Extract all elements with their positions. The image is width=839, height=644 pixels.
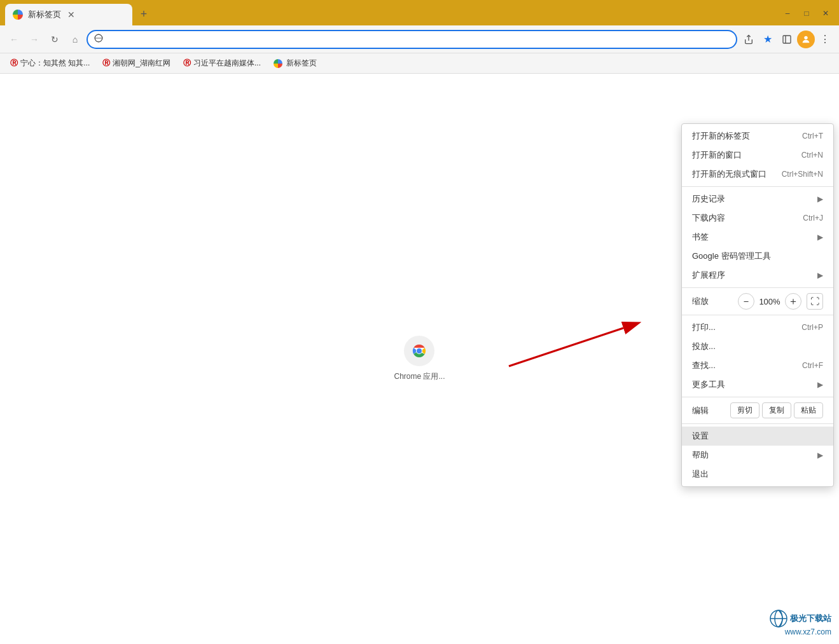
url-input[interactable] xyxy=(107,34,730,45)
bookmark-favicon-2: Ⓡ xyxy=(102,58,110,69)
zoom-fullscreen-button[interactable]: ⛶ xyxy=(807,293,823,310)
bookmark-item-4[interactable]: 新标签页 xyxy=(268,56,322,71)
menu-cast[interactable]: 投放... xyxy=(682,337,833,356)
zoom-plus-button[interactable]: ＋ xyxy=(785,293,801,310)
menu-help-arrow: ▶ xyxy=(817,451,823,460)
menu-history[interactable]: 历史记录 ▶ xyxy=(682,189,833,209)
menu-print-shortcut: Ctrl+P xyxy=(801,323,823,332)
bookmark-star-button[interactable]: ★ xyxy=(759,31,777,48)
close-button[interactable]: ✕ xyxy=(817,5,834,22)
svg-line-10 xyxy=(509,328,623,366)
menu-bookmarks-label: 书签 xyxy=(692,231,812,243)
chrome-apps-label: Chrome 应用... xyxy=(394,371,445,382)
bookmark-item-2[interactable]: Ⓡ 湘朝网_湖南红网 xyxy=(97,56,176,71)
menu-exit[interactable]: 退出 xyxy=(682,465,833,484)
active-tab[interactable]: 新标签页 ✕ xyxy=(5,4,132,25)
menu-zoom-label: 缩放 xyxy=(692,296,735,307)
menu-find-label: 查找... xyxy=(692,360,792,371)
menu-extensions-arrow: ▶ xyxy=(817,271,823,280)
menu-history-arrow: ▶ xyxy=(817,195,823,203)
menu-more-tools-arrow: ▶ xyxy=(817,380,823,389)
copy-button[interactable]: 复制 xyxy=(762,402,791,418)
back-button[interactable]: ← xyxy=(5,31,23,48)
separator-4 xyxy=(682,397,833,397)
cut-button[interactable]: 剪切 xyxy=(730,402,759,418)
menu-new-window-shortcut: Ctrl+N xyxy=(801,151,823,160)
menu-new-window[interactable]: 打开新的窗口 Ctrl+N xyxy=(682,146,833,165)
menu-more-tools-label: 更多工具 xyxy=(692,379,812,390)
address-bar[interactable] xyxy=(87,30,737,49)
chrome-icon-circle xyxy=(404,336,434,366)
bookmark-label-2: 湘朝网_湖南红网 xyxy=(113,58,170,69)
menu-cast-label: 投放... xyxy=(692,341,823,352)
tab-favicon xyxy=(13,10,23,20)
menu-zoom-row: 缩放 － 100% ＋ ⛶ xyxy=(682,291,833,312)
tab-close-button[interactable]: ✕ xyxy=(66,10,76,20)
reload-button[interactable]: ↻ xyxy=(46,31,64,48)
share-button[interactable] xyxy=(740,31,758,48)
bookmark-favicon-3: Ⓡ xyxy=(183,58,191,69)
arrow-annotation xyxy=(496,315,655,379)
new-tab-button[interactable]: + xyxy=(135,5,153,23)
bookmark-item-1[interactable]: Ⓡ 宁心：知其然 知其... xyxy=(5,56,95,71)
menu-bookmarks[interactable]: 书签 ▶ xyxy=(682,228,833,247)
menu-settings[interactable]: 设置 xyxy=(682,427,833,446)
menu-button[interactable]: ⋮ xyxy=(816,31,834,48)
menu-more-tools[interactable]: 更多工具 ▶ xyxy=(682,375,833,394)
bookmarks-bar: Ⓡ 宁心：知其然 知其... Ⓡ 湘朝网_湖南红网 Ⓡ 习近平在越南媒体... … xyxy=(0,53,839,74)
menu-settings-label: 设置 xyxy=(692,430,823,442)
zoom-minus-button[interactable]: － xyxy=(738,293,754,310)
window-controls: – □ ✕ xyxy=(779,5,834,22)
menu-help[interactable]: 帮助 ▶ xyxy=(682,446,833,465)
menu-new-tab-label: 打开新的标签页 xyxy=(692,130,792,142)
bookmark-label-1: 宁心：知其然 知其... xyxy=(20,58,90,69)
menu-new-tab-shortcut: Ctrl+T xyxy=(802,132,823,140)
svg-rect-2 xyxy=(783,36,791,43)
menu-extensions[interactable]: 扩展程序 ▶ xyxy=(682,266,833,285)
menu-history-label: 历史记录 xyxy=(692,193,812,205)
menu-bookmarks-arrow: ▶ xyxy=(817,233,823,242)
context-menu: 打开新的标签页 Ctrl+T 打开新的窗口 Ctrl+N 打开新的无痕式窗口 C… xyxy=(681,123,834,487)
separator-1 xyxy=(682,186,833,187)
menu-downloads-label: 下载内容 xyxy=(692,212,793,224)
bookmark-favicon-4 xyxy=(274,59,282,68)
menu-downloads[interactable]: 下载内容 Ctrl+J xyxy=(682,209,833,228)
chrome-logo-svg xyxy=(409,341,429,361)
paste-button[interactable]: 粘贴 xyxy=(794,402,823,418)
tab-title: 新标签页 xyxy=(28,9,61,20)
menu-passwords-label: Google 密码管理工具 xyxy=(692,250,823,262)
menu-help-label: 帮助 xyxy=(692,449,812,461)
bookmark-favicon-1: Ⓡ xyxy=(10,58,18,69)
menu-new-tab[interactable]: 打开新的标签页 Ctrl+T xyxy=(682,127,833,146)
menu-new-window-label: 打开新的窗口 xyxy=(692,149,791,161)
separator-3 xyxy=(682,315,833,315)
menu-find[interactable]: 查找... Ctrl+F xyxy=(682,356,833,375)
menu-new-incognito[interactable]: 打开新的无痕式窗口 Ctrl+Shift+N xyxy=(682,165,833,184)
menu-passwords[interactable]: Google 密码管理工具 xyxy=(682,247,833,266)
bookmark-item-3[interactable]: Ⓡ 习近平在越南媒体... xyxy=(178,56,266,71)
bookmark-label-4: 新标签页 xyxy=(286,58,317,69)
content-area: Chrome 应用... 打开新的标签页 Ctrl+T 打开新的窗口 Ctrl+… xyxy=(0,74,839,644)
chrome-apps-shortcut[interactable]: Chrome 应用... xyxy=(394,336,445,382)
restore-button[interactable]: □ xyxy=(798,5,815,22)
toolbar: ← → ↻ ⌂ ★ xyxy=(0,25,839,53)
menu-edit-row: 编辑 剪切 复制 粘贴 xyxy=(682,400,833,421)
menu-print[interactable]: 打印... Ctrl+P xyxy=(682,318,833,337)
reader-mode-button[interactable] xyxy=(778,31,796,48)
bookmark-label-3: 习近平在越南媒体... xyxy=(193,58,261,69)
svg-point-8 xyxy=(417,348,422,353)
home-button[interactable]: ⌂ xyxy=(66,31,84,48)
menu-find-shortcut: Ctrl+F xyxy=(802,361,823,370)
menu-downloads-shortcut: Ctrl+J xyxy=(803,214,823,223)
minimize-button[interactable]: – xyxy=(779,5,796,22)
forward-button[interactable]: → xyxy=(25,31,43,48)
tab-bar: 新标签页 ✕ + – □ ✕ xyxy=(0,0,839,25)
menu-print-label: 打印... xyxy=(692,322,791,333)
menu-exit-label: 退出 xyxy=(692,469,823,480)
separator-5 xyxy=(682,423,833,424)
menu-extensions-label: 扩展程序 xyxy=(692,270,812,281)
address-icon xyxy=(94,34,103,45)
separator-2 xyxy=(682,287,833,288)
zoom-value: 100% xyxy=(757,297,782,306)
profile-button[interactable] xyxy=(797,31,815,48)
